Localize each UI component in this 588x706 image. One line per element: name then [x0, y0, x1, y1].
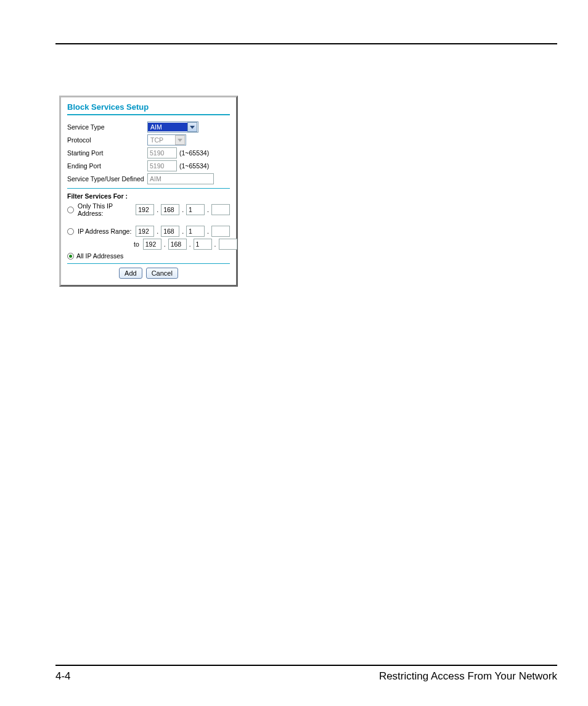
dot: .	[207, 206, 209, 213]
range-label: IP Address Range:	[78, 228, 133, 235]
ending-port-row: Ending Port (1~65534)	[67, 160, 230, 171]
starting-port-label: Starting Port	[67, 149, 147, 157]
dot: .	[157, 228, 158, 235]
panel-title: Block Services Setup	[67, 102, 230, 112]
divider	[67, 263, 230, 264]
only-ip-row: Only This IP Address: . . .	[67, 202, 230, 217]
range-from-d[interactable]	[211, 226, 230, 237]
user-defined-label: Service Type/User Defined	[67, 175, 147, 183]
page-footer: 4-4 Restricting Access From Your Network	[55, 670, 557, 683]
only-ip-b[interactable]	[161, 204, 179, 215]
all-ip-radio[interactable]	[67, 253, 74, 260]
page-number: 4-4	[55, 670, 71, 683]
user-defined-row: Service Type/User Defined	[67, 173, 230, 184]
range-to-row: to . . .	[134, 239, 230, 250]
protocol-label: Protocol	[67, 136, 147, 144]
starting-port-hint: (1~65534)	[179, 149, 209, 157]
protocol-row: Protocol TCP	[67, 134, 230, 146]
service-type-label: Service Type	[67, 123, 147, 131]
ending-port-input[interactable]	[147, 160, 177, 171]
all-ip-row: All IP Addresses	[67, 252, 230, 260]
filter-heading: Filter Services For :	[67, 192, 230, 200]
only-ip-a[interactable]	[136, 204, 154, 215]
cancel-button[interactable]: Cancel	[146, 268, 178, 279]
range-from-b[interactable]	[161, 226, 179, 237]
ending-port-label: Ending Port	[67, 162, 147, 170]
ending-port-hint: (1~65534)	[179, 162, 209, 170]
all-ip-label: All IP Addresses	[76, 252, 123, 260]
range-to-a[interactable]	[143, 239, 161, 250]
divider	[67, 114, 230, 115]
range-radio[interactable]	[67, 228, 74, 235]
only-ip-label: Only This IP Address:	[78, 202, 133, 217]
block-services-panel: Block Services Setup Service Type AIM Pr…	[59, 96, 238, 287]
button-row: Add Cancel	[67, 268, 230, 279]
add-button[interactable]: Add	[119, 268, 142, 279]
dot: .	[207, 228, 209, 235]
chevron-down-icon	[187, 122, 197, 132]
service-type-select[interactable]: AIM	[147, 121, 198, 133]
user-defined-input[interactable]	[147, 173, 214, 184]
starting-port-input[interactable]	[147, 147, 177, 158]
top-rule	[55, 43, 557, 44]
range-from-row: IP Address Range: . . .	[67, 226, 230, 237]
starting-port-row: Starting Port (1~65534)	[67, 147, 230, 158]
bottom-rule	[55, 665, 557, 666]
only-ip-d[interactable]	[211, 204, 230, 215]
only-ip-c[interactable]	[186, 204, 205, 215]
chevron-down-icon	[175, 135, 185, 145]
service-type-value: AIM	[148, 123, 187, 131]
range-to-c[interactable]	[194, 239, 212, 250]
range-to-b[interactable]	[168, 239, 187, 250]
spacer	[67, 219, 230, 224]
dot: .	[214, 240, 216, 248]
dot: .	[164, 240, 166, 248]
range-from-a[interactable]	[136, 226, 154, 237]
service-type-row: Service Type AIM	[67, 121, 230, 133]
dot: .	[182, 228, 184, 235]
dot: .	[157, 206, 158, 213]
section-title: Restricting Access From Your Network	[379, 670, 557, 683]
dot: .	[182, 206, 184, 213]
protocol-select: TCP	[147, 134, 186, 146]
protocol-value: TCP	[148, 136, 175, 144]
range-to-label: to	[134, 240, 139, 248]
dot: .	[189, 240, 191, 248]
only-ip-radio[interactable]	[67, 207, 74, 213]
range-to-d[interactable]	[219, 239, 237, 250]
range-from-c[interactable]	[186, 226, 205, 237]
divider	[67, 188, 230, 189]
